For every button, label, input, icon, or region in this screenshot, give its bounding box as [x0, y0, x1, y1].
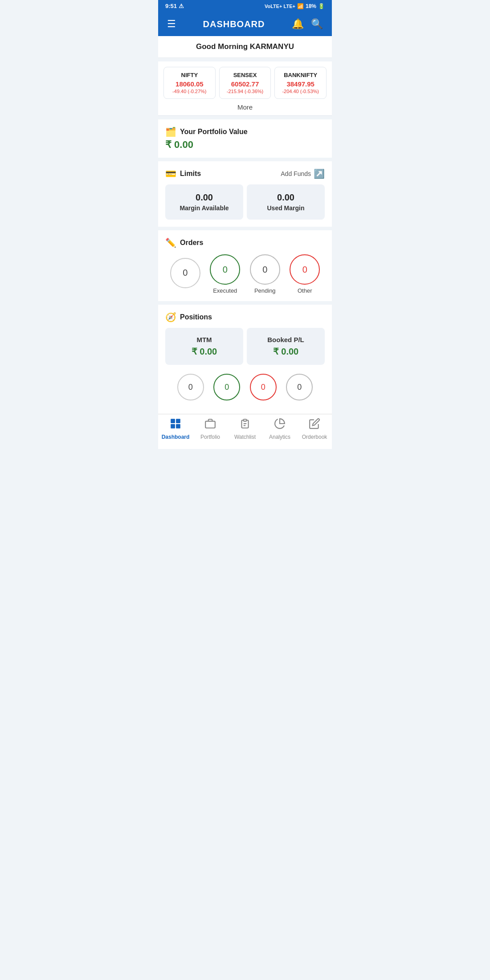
- portfolio-title-row: 🗂️ Your Portfolio Value: [165, 127, 325, 137]
- orders-executed-circle: 0: [210, 254, 240, 285]
- nav-dashboard[interactable]: Dashboard: [158, 418, 193, 440]
- status-warning: ⚠: [179, 3, 184, 9]
- svg-rect-2: [171, 419, 175, 423]
- nav-portfolio[interactable]: Portfolio: [193, 418, 228, 440]
- battery-icon: 🔋: [318, 3, 325, 9]
- nifty-card[interactable]: NIFTY 18060.05 -49.40 (-0.27%): [163, 67, 216, 99]
- pos-circle-3[interactable]: 0: [250, 374, 277, 403]
- banknifty-name: BANKNIFTY: [278, 72, 323, 78]
- nav-orderbook-label: Orderbook: [302, 434, 327, 440]
- orders-icon: ✏️: [165, 237, 176, 248]
- nav-analytics-label: Analytics: [269, 434, 290, 440]
- positions-header: 🧭 Positions: [165, 312, 325, 323]
- portfolio-title: Your Portfolio Value: [180, 128, 248, 136]
- sensex-change: -215.94 (-0.36%): [223, 89, 267, 94]
- margin-available-label: Margin Available: [171, 204, 238, 212]
- bell-icon[interactable]: 🔔: [292, 18, 304, 30]
- positions-section: 🧭 Positions MTM ₹ 0.00 Booked P/L ₹ 0.00…: [158, 305, 332, 414]
- nav-watchlist-icon: [239, 418, 251, 432]
- nav-dashboard-label: Dashboard: [162, 434, 190, 440]
- svg-rect-3: [176, 419, 180, 423]
- sensex-card[interactable]: SENSEX 60502.77 -215.94 (-0.36%): [219, 67, 271, 99]
- add-funds-label: Add Funds: [281, 170, 311, 177]
- svg-rect-0: [171, 424, 175, 429]
- pos-circle-1[interactable]: 0: [177, 374, 204, 403]
- mtm-card: MTM ₹ 0.00: [165, 328, 243, 365]
- pos-circle-gray: 0: [177, 374, 204, 400]
- booked-pl-label: Booked P/L: [252, 336, 319, 343]
- banknifty-value: 38497.95: [278, 80, 323, 88]
- market-more-button[interactable]: More: [163, 99, 327, 115]
- signal-icon: 📶: [297, 3, 304, 9]
- portfolio-section: 🗂️ Your Portfolio Value ₹ 0.00: [158, 119, 332, 158]
- market-section: NIFTY 18060.05 -49.40 (-0.27%) SENSEX 60…: [158, 61, 332, 115]
- limits-section: 💳 Limits Add Funds ↗️ 0.00 Margin Availa…: [158, 161, 332, 227]
- nav-portfolio-label: Portfolio: [200, 434, 220, 440]
- pos-circle-lgray: 0: [286, 374, 313, 400]
- nav-watchlist[interactable]: Watchlist: [228, 418, 262, 440]
- portfolio-value: ₹ 0.00: [165, 139, 325, 151]
- pos-circle-2[interactable]: 0: [213, 374, 240, 403]
- nifty-name: NIFTY: [167, 72, 212, 78]
- nav-watchlist-label: Watchlist: [234, 434, 256, 440]
- orders-executed-label: Executed: [210, 287, 240, 294]
- status-battery: 18%: [306, 3, 316, 9]
- orders-header: ✏️ Orders: [165, 237, 325, 248]
- orders-circles: 0 0 Executed 0 Pending 0 Other: [165, 254, 325, 294]
- svg-rect-1: [176, 424, 180, 429]
- status-network: VoLTE+ LTE+: [265, 4, 295, 9]
- portfolio-icon: 🗂️: [165, 127, 176, 137]
- limits-header: 💳 Limits Add Funds ↗️: [165, 168, 325, 179]
- orders-all-item[interactable]: 0: [170, 258, 200, 291]
- margin-available-card: 0.00 Margin Available: [165, 184, 243, 220]
- nav-analytics-icon: [274, 418, 286, 432]
- limits-title: Limits: [180, 170, 201, 178]
- nav-orderbook[interactable]: Orderbook: [297, 418, 332, 440]
- orders-other-label: Other: [290, 287, 320, 294]
- orders-pending-label: Pending: [250, 287, 280, 294]
- used-margin-label: Used Margin: [252, 204, 319, 212]
- pos-circle-4[interactable]: 0: [286, 374, 313, 403]
- menu-icon[interactable]: ☰: [167, 18, 176, 30]
- orders-all-value: 0: [183, 268, 188, 278]
- nav-orderbook-icon: [309, 418, 320, 432]
- bottom-nav: Dashboard Portfolio Watchlist Analytics …: [158, 414, 332, 449]
- orders-pending-item[interactable]: 0 Pending: [250, 254, 280, 294]
- app-header: ☰ DASHBOARD 🔔 🔍: [158, 12, 332, 36]
- mtm-label: MTM: [171, 336, 238, 343]
- add-funds-icon: ↗️: [314, 168, 325, 179]
- svg-rect-4: [205, 421, 215, 428]
- margin-available-value: 0.00: [171, 192, 238, 203]
- limits-icon: 💳: [165, 168, 176, 179]
- limits-cards: 0.00 Margin Available 0.00 Used Margin: [165, 184, 325, 220]
- booked-pl-value: ₹ 0.00: [252, 346, 319, 357]
- nav-portfolio-icon: [204, 418, 216, 432]
- orders-all-circle: 0: [170, 258, 200, 288]
- divider-1: [158, 115, 332, 116]
- page-title: DASHBOARD: [203, 19, 265, 29]
- greeting-text: Good Morning KARMANYU: [158, 36, 332, 58]
- orders-other-item[interactable]: 0 Other: [290, 254, 320, 294]
- orders-other-value: 0: [302, 265, 307, 275]
- add-funds-button[interactable]: Add Funds ↗️: [281, 168, 325, 179]
- search-icon[interactable]: 🔍: [311, 18, 323, 30]
- orders-pending-circle: 0: [250, 254, 280, 285]
- booked-pl-card: Booked P/L ₹ 0.00: [247, 328, 325, 365]
- mtm-value: ₹ 0.00: [171, 346, 238, 357]
- sensex-value: 60502.77: [223, 80, 267, 88]
- nav-dashboard-icon: [170, 418, 181, 432]
- banknifty-change: -204.40 (-0.53%): [278, 89, 323, 94]
- banknifty-card[interactable]: BANKNIFTY 38497.95 -204.40 (-0.53%): [274, 67, 327, 99]
- limits-title-row: 💳 Limits: [165, 168, 201, 179]
- positions-icon: 🧭: [165, 312, 176, 323]
- orders-pending-value: 0: [262, 265, 267, 275]
- orders-executed-value: 0: [223, 265, 228, 275]
- orders-other-circle: 0: [290, 254, 320, 285]
- used-margin-value: 0.00: [252, 192, 319, 203]
- status-time: 9:51: [165, 3, 177, 9]
- orders-executed-item[interactable]: 0 Executed: [210, 254, 240, 294]
- pl-cards: MTM ₹ 0.00 Booked P/L ₹ 0.00: [165, 328, 325, 365]
- status-bar: 9:51 ⚠ VoLTE+ LTE+ 📶 18% 🔋: [158, 0, 332, 12]
- nav-analytics[interactable]: Analytics: [262, 418, 297, 440]
- positions-circles: 0 0 0 0: [165, 372, 325, 407]
